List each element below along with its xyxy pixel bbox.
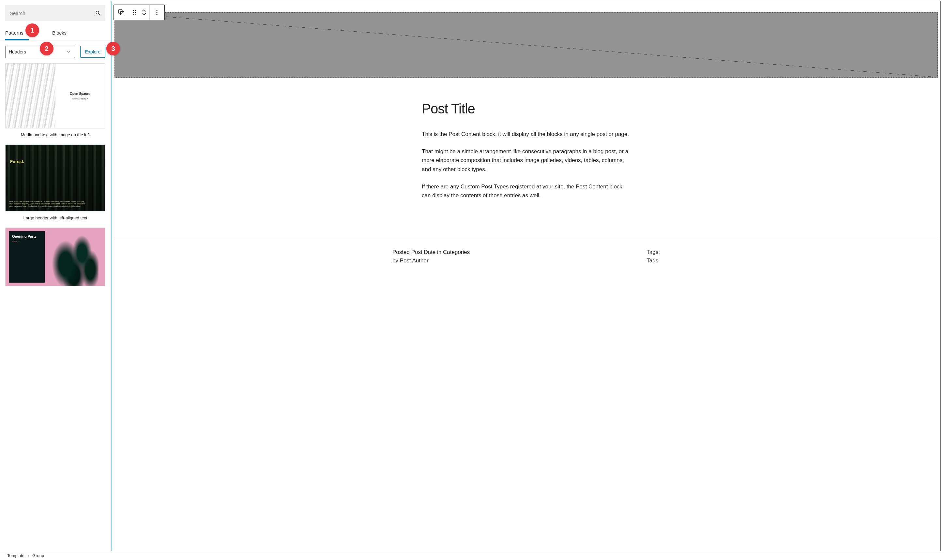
svg-point-4 [133, 10, 134, 11]
category-selected-label: Headers [9, 49, 26, 54]
pattern-preview-text: Open Spaces See case study ↗ [56, 63, 105, 128]
search-input[interactable] [10, 11, 95, 16]
inserter-sidebar: Patterns Blocks Headers Explore Open Spa… [0, 0, 111, 560]
post-paragraph: That might be a simple arrangement like … [422, 147, 631, 174]
tab-patterns[interactable]: Patterns [5, 26, 29, 40]
search-box[interactable] [5, 5, 105, 21]
preview-heading: Open Spaces [70, 92, 90, 95]
pattern-preview-image [6, 63, 56, 128]
inserter-tabs: Patterns Blocks [0, 26, 111, 40]
pattern-preview[interactable]: Forest. From a child have had education … [5, 145, 105, 212]
block-options-button[interactable] [150, 5, 164, 20]
pattern-item[interactable]: Forest. From a child have had education … [5, 145, 105, 220]
pattern-preview[interactable]: Opening Party RSVP → [5, 228, 105, 286]
editor-canvas[interactable]: Post Title This is the Post Content bloc… [111, 0, 944, 560]
search-icon [95, 10, 101, 16]
pattern-item[interactable]: Opening Party RSVP → [5, 228, 105, 286]
block-toolbar [114, 5, 165, 20]
svg-point-6 [133, 12, 134, 13]
drag-icon [131, 9, 138, 16]
svg-point-12 [156, 14, 157, 15]
post-date[interactable]: Post Date [411, 249, 436, 255]
annotation-bubble-3: 3 [106, 42, 120, 55]
move-down-button[interactable] [142, 13, 146, 15]
post-content-block[interactable]: This is the Post Content block, it will … [422, 130, 631, 200]
preview-heading: Opening Party [12, 234, 42, 238]
svg-point-5 [135, 10, 136, 11]
preview-body-text: From a child have had education his fore… [9, 200, 88, 207]
move-up-button[interactable] [142, 9, 146, 12]
patterns-list[interactable]: Open Spaces See case study ↗ Media and t… [0, 63, 111, 560]
post-title[interactable]: Post Title [422, 101, 631, 117]
chevron-right-icon: › [28, 553, 29, 558]
explore-button[interactable]: Explore [80, 46, 105, 58]
post-content-area: Post Title This is the Post Content bloc… [422, 101, 631, 200]
pattern-preview-image [44, 231, 99, 286]
selected-group-block[interactable]: Post Title This is the Post Content bloc… [111, 1, 941, 560]
pattern-caption: Media and text with image on the left [5, 128, 105, 137]
post-paragraph: This is the Post Content block, it will … [422, 130, 631, 138]
separator [114, 239, 938, 239]
post-categories[interactable]: Categories [443, 249, 470, 255]
preview-subtext: See case study ↗ [72, 97, 88, 100]
pattern-item[interactable]: Open Spaces See case study ↗ Media and t… [5, 63, 105, 137]
placeholder-diagonal-icon [115, 13, 938, 77]
svg-point-9 [135, 14, 136, 15]
breadcrumb-root[interactable]: Template [7, 553, 25, 558]
annotation-bubble-1: 1 [25, 23, 39, 37]
in-label: in [437, 249, 441, 255]
chevron-down-icon [66, 49, 71, 54]
svg-line-1 [99, 14, 100, 15]
svg-line-13 [115, 13, 938, 77]
pattern-preview[interactable]: Open Spaces See case study ↗ [5, 63, 105, 128]
drag-handle[interactable] [129, 5, 140, 20]
svg-point-8 [133, 14, 134, 15]
by-label: by [392, 257, 398, 264]
pattern-caption: Large header with left-aligned text [5, 212, 105, 220]
post-author[interactable]: Post Author [400, 257, 429, 264]
featured-image-placeholder[interactable] [114, 12, 938, 78]
block-breadcrumb: Template › Group [0, 551, 944, 560]
svg-point-11 [156, 12, 157, 13]
svg-point-10 [156, 10, 157, 11]
post-tags[interactable]: Tags [646, 257, 660, 264]
more-vertical-icon [153, 9, 160, 16]
preview-heading: Forest. [10, 159, 24, 164]
post-paragraph: If there are any Custom Post Types regis… [422, 182, 631, 200]
block-type-button[interactable] [114, 5, 129, 20]
group-icon [118, 9, 125, 16]
tags-label: Tags: [646, 249, 660, 255]
tab-blocks[interactable]: Blocks [52, 26, 72, 40]
preview-subtext: RSVP → [12, 240, 42, 243]
post-meta-row: Posted Post Date in Categories by Post A… [392, 249, 660, 264]
svg-point-0 [96, 11, 99, 14]
svg-point-7 [135, 12, 136, 13]
breadcrumb-current[interactable]: Group [32, 553, 44, 558]
posted-label: Posted [392, 249, 410, 255]
annotation-bubble-2: 2 [40, 42, 54, 55]
